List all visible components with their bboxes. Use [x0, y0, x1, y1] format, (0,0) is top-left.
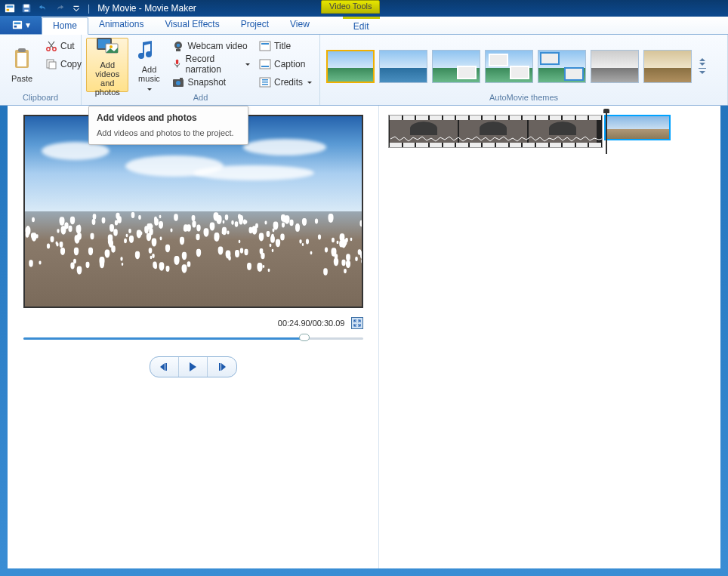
paste-icon [10, 47, 34, 71]
svg-rect-0 [5, 5, 14, 13]
svg-rect-31 [261, 66, 269, 67]
svg-rect-34 [262, 82, 268, 83]
tab-animations[interactable]: Animations [88, 17, 154, 34]
theme-2[interactable] [379, 50, 427, 83]
undo-icon[interactable] [36, 2, 50, 15]
svg-rect-8 [14, 26, 17, 28]
video-tools-contextual-tab[interactable]: Video Tools [321, 0, 380, 14]
cut-button[interactable]: Cut [42, 38, 85, 54]
narration-icon [172, 58, 182, 70]
theme-4[interactable] [485, 50, 533, 83]
theme-7[interactable] [643, 50, 692, 83]
ribbon-tabs: ▾ Home Animations Visual Effects Project… [0, 17, 728, 35]
webcam-icon [172, 40, 184, 52]
theme-5[interactable] [538, 50, 586, 83]
prev-frame-button[interactable] [150, 357, 179, 377]
theme-3[interactable] [432, 50, 480, 83]
tab-visual-effects[interactable]: Visual Effects [154, 17, 230, 34]
svg-rect-6 [12, 21, 21, 29]
credits-button[interactable]: Credits [256, 74, 315, 91]
play-button[interactable] [179, 357, 208, 377]
video-clip-2-selected[interactable] [604, 115, 671, 140]
svg-rect-27 [180, 78, 183, 80]
quick-access-toolbar [3, 2, 83, 15]
title-button[interactable]: Title [256, 38, 315, 54]
preview-pane: 00:24.90/00:30.09 [8, 106, 379, 568]
theme-6[interactable] [591, 50, 639, 83]
playback-controls [150, 356, 237, 377]
cut-icon [45, 40, 57, 52]
tooltip-body: Add videos and photos to the project. [97, 128, 240, 138]
svg-rect-36 [165, 363, 167, 371]
paste-button[interactable]: Paste [5, 38, 39, 92]
caption-icon [259, 58, 271, 70]
svg-rect-10 [17, 53, 26, 66]
svg-point-21 [177, 44, 180, 48]
svg-rect-11 [18, 48, 26, 52]
ribbon: Paste Cut Copy Clipboard Add vide [0, 35, 728, 106]
tab-home[interactable]: Home [42, 17, 88, 35]
qat-dropdown-icon[interactable] [69, 2, 83, 15]
music-icon [137, 38, 161, 62]
svg-rect-5 [24, 10, 28, 12]
tab-view[interactable]: View [279, 17, 320, 34]
svg-rect-24 [177, 66, 178, 67]
time-display: 00:24.90/00:30.09 [278, 319, 345, 328]
webcam-video-button[interactable]: Webcam video [169, 38, 253, 54]
svg-rect-29 [261, 43, 269, 45]
svg-rect-35 [262, 84, 268, 85]
copy-icon [45, 58, 57, 70]
svg-point-19 [110, 45, 113, 48]
group-clipboard: Paste Cut Copy Clipboard [0, 35, 82, 105]
group-automovie-themes: AutoMovie themes [320, 35, 728, 105]
svg-rect-15 [49, 62, 56, 69]
add-videos-photos-button[interactable]: Add videos and photos [86, 38, 128, 92]
caption-button[interactable]: Caption [256, 56, 315, 72]
title-icon [259, 40, 271, 52]
svg-rect-37 [219, 363, 221, 371]
add-music-button[interactable]: Add music [131, 38, 166, 92]
tooltip-add-videos: Add videos and photos Add videos and pho… [88, 106, 248, 145]
playhead[interactable] [606, 112, 607, 154]
credits-icon [259, 76, 271, 88]
save-icon[interactable] [20, 2, 33, 15]
file-menu-button[interactable]: ▾ [0, 16, 42, 34]
window-title: My Movie - Movie Maker [97, 3, 196, 14]
svg-rect-28 [260, 42, 270, 51]
svg-rect-30 [260, 60, 270, 69]
timeline-pane [379, 106, 720, 568]
svg-rect-23 [176, 60, 178, 65]
record-narration-button[interactable]: Record narration [169, 56, 253, 72]
tooltip-title: Add videos and photos [97, 112, 240, 123]
copy-button[interactable]: Copy [42, 56, 85, 72]
svg-rect-33 [262, 79, 268, 81]
content-area: 00:24.90/00:30.09 [8, 106, 720, 568]
snapshot-button[interactable]: Snapshot [169, 74, 253, 91]
redo-icon[interactable] [53, 2, 66, 15]
svg-point-26 [176, 81, 180, 85]
add-videos-icon [95, 33, 119, 57]
video-clip-1[interactable] [388, 115, 603, 148]
group-add: Add videos and photos Add music Webcam v… [82, 35, 320, 105]
group-label-themes: AutoMovie themes [320, 93, 727, 105]
svg-rect-4 [24, 5, 29, 8]
group-label-clipboard: Clipboard [0, 93, 81, 105]
seek-bar[interactable] [23, 332, 363, 346]
timeline[interactable] [388, 115, 711, 151]
svg-rect-22 [176, 49, 180, 51]
fullscreen-button[interactable] [351, 317, 363, 329]
group-label-add: Add [82, 93, 319, 105]
tab-project[interactable]: Project [230, 17, 279, 34]
theme-gallery-more[interactable] [696, 58, 708, 74]
svg-rect-1 [7, 6, 14, 8]
svg-rect-2 [7, 9, 10, 11]
app-icon [3, 2, 17, 15]
svg-point-13 [53, 48, 56, 51]
svg-point-12 [47, 48, 50, 51]
snapshot-icon [172, 76, 184, 88]
tab-edit[interactable]: Edit [343, 17, 380, 34]
theme-1[interactable] [326, 50, 375, 83]
svg-rect-7 [14, 23, 20, 25]
next-frame-button[interactable] [208, 357, 236, 377]
